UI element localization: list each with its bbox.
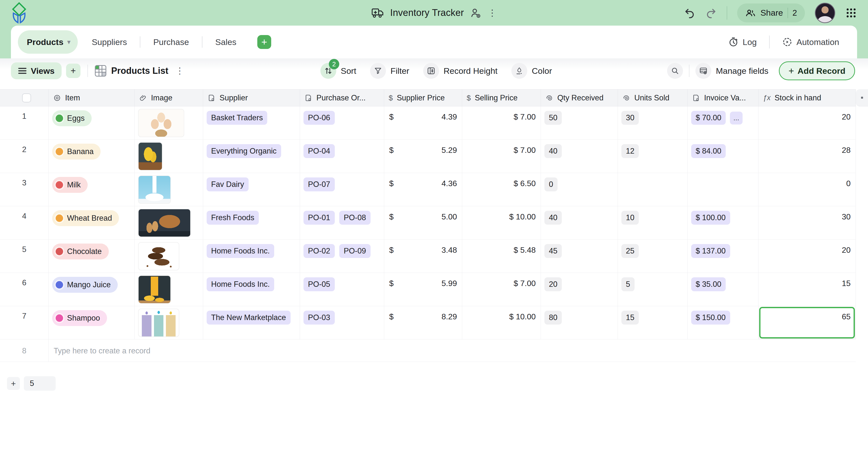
supplier-price-cell[interactable]: $ 4.36 xyxy=(384,173,462,206)
tab-suppliers[interactable]: Suppliers xyxy=(92,37,127,47)
invoice-value-cell[interactable]: $ 84.00 xyxy=(688,140,758,173)
add-field-stub[interactable] xyxy=(856,89,868,106)
tab-sales[interactable]: Sales xyxy=(215,37,237,47)
row-number[interactable]: 1 xyxy=(0,106,49,139)
selling-price-cell[interactable]: $ 7.00 xyxy=(462,273,541,306)
stock-cell[interactable]: 28 xyxy=(758,140,856,173)
row-number[interactable]: 7 xyxy=(0,306,49,339)
selling-price-cell[interactable]: $ 7.00 xyxy=(462,106,541,139)
image-cell[interactable] xyxy=(134,173,203,206)
column-header-image[interactable]: Image xyxy=(134,89,203,106)
create-record-row[interactable]: 8 Type here to create a record xyxy=(0,340,856,362)
add-table-button[interactable]: + xyxy=(257,35,271,49)
stock-cell[interactable]: 20 xyxy=(758,106,856,139)
supplier-price-cell[interactable]: $ 5.00 xyxy=(384,206,462,239)
qty-received-cell[interactable]: 45 xyxy=(541,239,618,272)
purchase-order-cell[interactable]: PO-06 xyxy=(300,106,384,139)
invoice-value-cell[interactable]: $ 100.00 xyxy=(688,206,758,239)
item-cell[interactable]: Shampoo xyxy=(49,306,134,339)
item-cell[interactable]: Mango Juice xyxy=(49,273,134,306)
purchase-order-cell[interactable]: PO-01 PO-08 xyxy=(300,206,384,239)
footer-add-record-button[interactable]: + xyxy=(7,377,20,390)
item-cell[interactable]: Chocolate xyxy=(49,239,134,272)
supplier-cell[interactable]: Home Foods Inc. xyxy=(203,239,300,272)
row-number[interactable]: 6 xyxy=(0,273,49,306)
units-sold-cell[interactable]: 25 xyxy=(618,239,688,272)
supplier-price-cell[interactable]: $ 5.29 xyxy=(384,140,462,173)
invoice-value-cell[interactable] xyxy=(688,173,758,206)
column-header-selling-price[interactable]: $ Selling Price xyxy=(462,89,541,106)
supplier-cell[interactable]: Everything Organic xyxy=(203,140,300,173)
purchase-order-cell[interactable]: PO-02 PO-09 xyxy=(300,239,384,272)
column-header-units-sold[interactable]: Units Sold xyxy=(618,89,688,106)
purchase-order-cell[interactable]: PO-07 xyxy=(300,173,384,206)
automation-button[interactable]: Automation xyxy=(782,37,839,47)
invoice-value-cell[interactable]: $ 150.00 xyxy=(688,306,758,339)
search-icon[interactable] xyxy=(667,63,683,79)
units-sold-cell[interactable] xyxy=(618,173,688,206)
column-header-item[interactable]: Item xyxy=(49,89,134,106)
column-header-supplier-price[interactable]: $ Supplier Price xyxy=(384,89,462,106)
item-cell[interactable]: Banana xyxy=(49,140,134,173)
supplier-price-cell[interactable]: $ 5.99 xyxy=(384,273,462,306)
invoice-value-cell[interactable]: $ 70.00 ... xyxy=(688,106,758,139)
selling-price-cell[interactable]: $ 5.48 xyxy=(462,239,541,272)
manage-fields-button[interactable]: Manage fields xyxy=(695,63,768,79)
color-button[interactable]: Color xyxy=(512,63,552,79)
column-header-supplier[interactable]: Supplier xyxy=(203,89,300,106)
row-number[interactable]: 4 xyxy=(0,206,49,239)
select-all-checkbox[interactable] xyxy=(22,93,31,103)
supplier-cell[interactable]: Fav Dairy xyxy=(203,173,300,206)
add-record-button[interactable]: + Add Record xyxy=(779,61,855,80)
supplier-price-cell[interactable]: $ 3.48 xyxy=(384,239,462,272)
supplier-cell[interactable]: Basket Traders xyxy=(203,106,300,139)
app-logo[interactable] xyxy=(11,2,27,24)
tab-purchase[interactable]: Purchase xyxy=(153,37,189,47)
image-cell[interactable] xyxy=(134,106,203,139)
add-view-button[interactable]: + xyxy=(66,64,81,78)
qty-received-cell[interactable]: 40 xyxy=(541,206,618,239)
column-header-qty-received[interactable]: Qty Received xyxy=(541,89,618,106)
create-record-input[interactable]: Type here to create a record xyxy=(49,340,856,362)
units-sold-cell[interactable]: 5 xyxy=(618,273,688,306)
purchase-order-cell[interactable]: PO-03 xyxy=(300,306,384,339)
qty-received-cell[interactable]: 40 xyxy=(541,140,618,173)
units-sold-cell[interactable]: 10 xyxy=(618,206,688,239)
stock-cell[interactable]: 20 xyxy=(758,239,856,272)
qty-received-cell[interactable]: 80 xyxy=(541,306,618,339)
image-cell[interactable] xyxy=(134,239,203,272)
selling-price-cell[interactable]: $ 10.00 xyxy=(462,206,541,239)
app-grid-icon[interactable] xyxy=(845,7,857,19)
views-button[interactable]: Views xyxy=(11,62,62,79)
record-height-button[interactable]: Record Height xyxy=(423,63,497,79)
sort-button[interactable]: 2 Sort xyxy=(320,63,356,79)
supplier-cell[interactable]: The New Marketplace xyxy=(203,306,300,339)
undo-icon[interactable] xyxy=(684,7,695,19)
image-cell[interactable] xyxy=(134,140,203,173)
invoice-value-cell[interactable]: $ 137.00 xyxy=(688,239,758,272)
units-sold-cell[interactable]: 30 xyxy=(618,106,688,139)
invoice-value-cell[interactable]: $ 35.00 xyxy=(688,273,758,306)
selling-price-cell[interactable]: $ 10.00 xyxy=(462,306,541,339)
stock-cell[interactable]: 0 xyxy=(758,173,856,206)
column-header-stock-in-hand[interactable]: ƒx Stock in hand xyxy=(758,89,856,106)
units-sold-cell[interactable]: 12 xyxy=(618,140,688,173)
row-number[interactable]: 2 xyxy=(0,140,49,173)
units-sold-cell[interactable]: 15 xyxy=(618,306,688,339)
stock-cell[interactable]: 30 xyxy=(758,206,856,239)
title-menu-icon[interactable]: ⋮ xyxy=(488,8,497,18)
filter-button[interactable]: Filter xyxy=(370,63,409,79)
row-number[interactable]: 5 xyxy=(0,239,49,272)
qty-received-cell[interactable]: 50 xyxy=(541,106,618,139)
supplier-price-cell[interactable]: $ 4.39 xyxy=(384,106,462,139)
supplier-cell[interactable]: Fresh Foods xyxy=(203,206,300,239)
avatar[interactable] xyxy=(815,3,835,23)
image-cell[interactable] xyxy=(134,206,203,239)
column-header-invoice-value[interactable]: Invoice Va... xyxy=(688,89,758,106)
purchase-order-cell[interactable]: PO-05 xyxy=(300,273,384,306)
selling-price-cell[interactable]: $ 6.50 xyxy=(462,173,541,206)
supplier-cell[interactable]: Home Foods Inc. xyxy=(203,273,300,306)
view-menu-icon[interactable]: ⋮ xyxy=(175,66,184,76)
share-button[interactable]: Share 2 xyxy=(737,3,805,22)
qty-received-cell[interactable]: 20 xyxy=(541,273,618,306)
